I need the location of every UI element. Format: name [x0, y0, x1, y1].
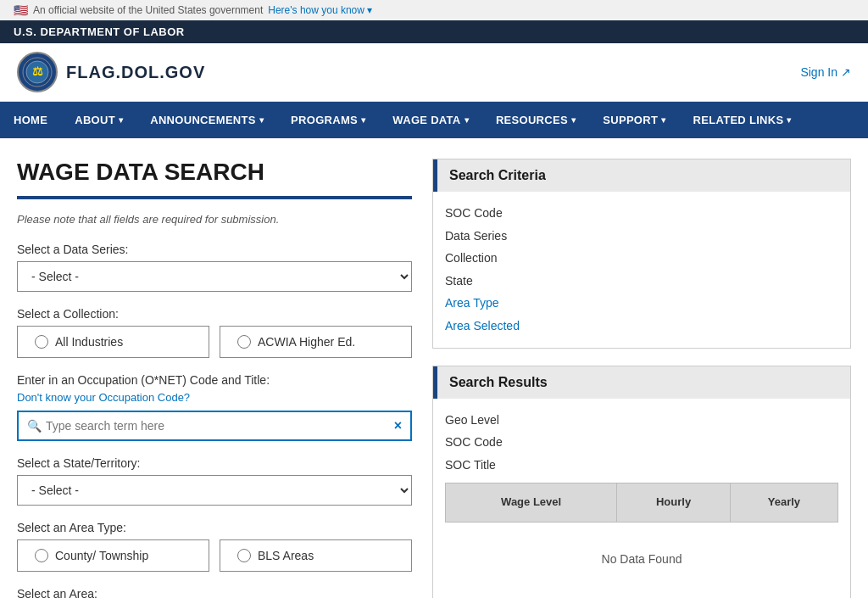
chevron-down-icon: ▾: [571, 115, 576, 125]
occupation-label: Enter in an Occupation (O*NET) Code and …: [17, 373, 412, 387]
radio-bls-input[interactable]: [237, 549, 251, 562]
occupation-search-wrapper: 🔍 ×: [17, 411, 412, 441]
data-series-label: Select a Data Series:: [17, 243, 412, 256]
us-flag-icon: 🇺🇸: [14, 3, 28, 17]
nav-support[interactable]: SUPPORT ▾: [589, 102, 679, 138]
nav-related-links[interactable]: RELATED LINKS ▾: [680, 102, 805, 138]
state-group: Select a State/Territory: - Select -: [17, 456, 412, 506]
radio-bls-label: BLS Areas: [258, 549, 314, 562]
results-table: Wage Level Hourly Yearly No Data Found: [445, 483, 838, 595]
onet-help-link[interactable]: Don't know your Occupation Code?: [17, 391, 190, 404]
area-type-radio-group: County/ Township BLS Areas: [17, 539, 412, 572]
logo-area: ⚖ FLAG.DOL.GOV: [17, 52, 205, 92]
search-clear-icon[interactable]: ×: [394, 418, 402, 433]
collection-label: Select a Collection:: [17, 307, 412, 321]
logo-text: FLAG.DOL.GOV: [66, 63, 205, 82]
result-geo-level: Geo Level: [445, 409, 838, 432]
radio-acwia-input[interactable]: [237, 335, 251, 349]
nav-home[interactable]: HOME: [0, 102, 61, 138]
title-underline: [17, 196, 412, 199]
radio-acwia[interactable]: ACWIA Higher Ed.: [220, 326, 412, 358]
radio-all-industries[interactable]: All Industries: [17, 326, 209, 358]
nav-announcements[interactable]: ANNOUNCEMENTS ▾: [136, 102, 277, 138]
wage-data-form: WAGE DATA SEARCH Please note that all fi…: [17, 159, 432, 598]
area-label: Select an Area:: [17, 587, 412, 598]
chevron-down-icon: ▾: [465, 115, 469, 125]
search-icon: 🔍: [27, 419, 42, 433]
gov-bar: 🇺🇸 An official website of the United Sta…: [0, 0, 868, 20]
search-criteria-header: Search Criteria: [433, 159, 850, 192]
criteria-collection: Collection: [445, 247, 838, 270]
criteria-area-selected: Area Selected: [445, 315, 838, 338]
col-yearly: Yearly: [730, 483, 837, 523]
occupation-group: Enter in an Occupation (O*NET) Code and …: [17, 373, 412, 441]
radio-county-label: County/ Township: [55, 549, 148, 562]
state-label: Select a State/Territory:: [17, 456, 412, 470]
result-soc-title: SOC Title: [445, 454, 838, 477]
form-note: Please note that all fields are required…: [17, 213, 412, 226]
state-select[interactable]: - Select -: [17, 475, 412, 506]
chevron-down-icon: ▾: [259, 115, 264, 125]
area-type-label: Select an Area Type:: [17, 521, 412, 534]
nav-wage-data[interactable]: WAGE DATA ▾: [379, 102, 482, 138]
search-results-body: Geo Level SOC Code SOC Title Wage Level …: [433, 399, 850, 598]
search-criteria-body: SOC Code Data Series Collection State Ar…: [433, 192, 850, 348]
sign-in-link[interactable]: Sign In ↗: [800, 65, 851, 79]
main-nav: HOME ABOUT ▾ ANNOUNCEMENTS ▾ PROGRAMS ▾ …: [0, 102, 868, 138]
chevron-down-icon: ▾: [787, 115, 791, 125]
right-panel: Search Criteria SOC Code Data Series Col…: [432, 159, 851, 598]
criteria-state: State: [445, 270, 838, 293]
no-data-message: No Data Found: [446, 523, 838, 596]
occupation-search-input[interactable]: [19, 412, 410, 439]
criteria-data-series: Data Series: [445, 225, 838, 248]
radio-county[interactable]: County/ Township: [17, 539, 209, 572]
dol-seal: ⚖: [17, 52, 58, 92]
page-title: WAGE DATA SEARCH: [17, 159, 412, 186]
radio-all-industries-input[interactable]: [35, 335, 48, 349]
criteria-area-type: Area Type: [445, 292, 838, 315]
radio-county-input[interactable]: [35, 549, 48, 562]
area-type-group: Select an Area Type: County/ Township BL…: [17, 521, 412, 572]
collection-group: Select a Collection: All Industries ACWI…: [17, 307, 412, 358]
gov-bar-text: An official website of the United States…: [33, 4, 263, 16]
nav-programs[interactable]: PROGRAMS ▾: [277, 102, 379, 138]
result-soc-code: SOC Code: [445, 431, 838, 454]
search-results-header: Search Results: [433, 366, 850, 399]
area-group: Select an Area: Use the USPS Zip Code Lo…: [17, 587, 412, 598]
col-hourly: Hourly: [617, 483, 731, 523]
data-series-select[interactable]: - Select -: [17, 261, 412, 292]
chevron-down-icon: ▾: [661, 115, 665, 125]
radio-acwia-label: ACWIA Higher Ed.: [258, 335, 355, 349]
radio-all-industries-label: All Industries: [55, 335, 123, 349]
nav-about[interactable]: ABOUT ▾: [61, 102, 136, 138]
chevron-down-icon: ▾: [361, 115, 365, 125]
logo-bar: ⚖ FLAG.DOL.GOV Sign In ↗: [0, 43, 868, 102]
collection-radio-group: All Industries ACWIA Higher Ed.: [17, 326, 412, 358]
nav-resources[interactable]: RESOURCES ▾: [482, 102, 589, 138]
search-criteria-card: Search Criteria SOC Code Data Series Col…: [432, 159, 851, 349]
criteria-soc-code: SOC Code: [445, 202, 838, 225]
heres-how-link[interactable]: Here's how you know ▾: [268, 4, 372, 16]
data-series-group: Select a Data Series: - Select -: [17, 243, 412, 292]
svg-text:⚖: ⚖: [32, 64, 43, 78]
agency-bar: U.S. DEPARTMENT OF LABOR: [0, 20, 868, 43]
chevron-down-icon: ▾: [119, 115, 123, 125]
col-wage-level: Wage Level: [446, 483, 617, 523]
agency-label: U.S. DEPARTMENT OF LABOR: [14, 25, 185, 38]
search-results-card: Search Results Geo Level SOC Code SOC Ti…: [432, 366, 851, 598]
radio-bls[interactable]: BLS Areas: [220, 539, 412, 572]
